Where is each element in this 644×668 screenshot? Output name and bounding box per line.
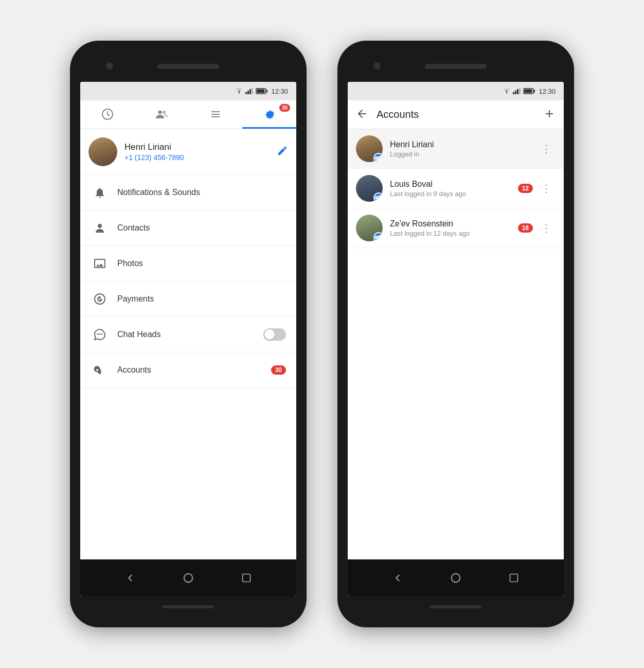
- bell-icon-container: [91, 183, 109, 202]
- louis-badge: 12: [518, 184, 533, 193]
- messenger-badge-henri: [373, 153, 383, 162]
- zeev-more-button[interactable]: ⋮: [537, 220, 556, 236]
- tab-clock[interactable]: [80, 100, 134, 129]
- screen-2: 12:30 Accounts: [348, 82, 564, 596]
- svg-rect-6: [257, 90, 265, 93]
- zeev-avatar: [356, 215, 383, 241]
- user-name: Henri Liriani: [124, 142, 277, 152]
- user-avatar: [88, 137, 117, 166]
- notifications-label: Notifications & Sounds: [117, 188, 286, 197]
- back-button-2[interactable]: [387, 568, 408, 588]
- settings-item-notifications[interactable]: Notifications & Sounds: [80, 175, 296, 210]
- louis-right: 12 ⋮: [518, 180, 556, 197]
- svg-point-15: [97, 333, 99, 335]
- louis-avatar: [356, 175, 383, 202]
- svg-rect-19: [243, 574, 251, 582]
- svg-point-9: [163, 111, 166, 114]
- speaker-grille: [157, 64, 219, 69]
- svg-point-29: [452, 574, 460, 583]
- front-camera: [106, 62, 113, 69]
- account-item-zeev[interactable]: Ze'ev Rosenstein Last logged in 12 days …: [348, 208, 564, 248]
- payments-icon-container: $: [91, 290, 109, 308]
- settings-item-accounts[interactable]: Accounts 30: [80, 353, 296, 388]
- tab-people[interactable]: [134, 100, 188, 129]
- home-indicator-1: [163, 605, 214, 608]
- list-icon: [209, 108, 222, 120]
- louis-status: Last logged in 9 days ago: [390, 190, 518, 198]
- settings-item-contacts[interactable]: Contacts: [80, 210, 296, 246]
- user-phone: +1 (123) 456-7890: [124, 153, 277, 162]
- svg-rect-20: [513, 92, 514, 94]
- settings-item-photos[interactable]: Photos: [80, 246, 296, 282]
- clock-icon: [101, 108, 114, 120]
- svg-rect-3: [252, 88, 253, 94]
- phone-1: 12:30: [70, 41, 307, 627]
- recents-button-1[interactable]: [236, 568, 257, 588]
- louis-more-button[interactable]: ⋮: [537, 180, 556, 197]
- phone-bottom-bar-1: [163, 596, 214, 617]
- photos-label: Photos: [117, 259, 286, 268]
- chatheads-icon-container: [91, 325, 109, 344]
- henri-status: Logged in: [390, 150, 537, 158]
- edit-profile-button[interactable]: [277, 145, 288, 159]
- louis-info: Louis Boval Last logged in 9 days ago: [390, 180, 518, 198]
- henri-right: ⋮: [537, 140, 556, 157]
- settings-content: Henri Liriani +1 (123) 456-7890 Notifica…: [80, 129, 296, 559]
- status-time-2: 12:30: [539, 87, 556, 95]
- account-item-louis[interactable]: Louis Boval Last logged in 9 days ago 12…: [348, 169, 564, 208]
- battery-icon: [256, 88, 268, 94]
- bottom-nav-1: [80, 559, 296, 596]
- payments-icon: $: [94, 293, 106, 305]
- phone-2: 12:30 Accounts: [337, 41, 574, 627]
- zeev-badge: 18: [518, 223, 533, 233]
- wifi-icon: [235, 88, 243, 94]
- recents-button-2[interactable]: [504, 568, 524, 588]
- accounts-badge: 30: [271, 365, 286, 375]
- status-bar-2: 12:30: [348, 82, 564, 100]
- photos-icon: [94, 257, 106, 270]
- home-button-2[interactable]: [445, 568, 466, 588]
- chatheads-label: Chat Heads: [117, 330, 263, 339]
- status-icons: [235, 88, 268, 94]
- tab-settings[interactable]: 30: [242, 100, 296, 129]
- account-item-henri[interactable]: Henri Liriani Logged in ⋮: [348, 129, 564, 169]
- chatheads-toggle-container: [263, 328, 286, 341]
- back-arrow-button[interactable]: [356, 108, 368, 122]
- svg-rect-25: [534, 90, 535, 93]
- bottom-nav-2: [348, 559, 564, 596]
- contacts-icon: [94, 222, 106, 234]
- tab-list[interactable]: [188, 100, 242, 129]
- accounts-list: Henri Liriani Logged in ⋮: [348, 129, 564, 559]
- phone-top-bar: [80, 51, 296, 82]
- payments-label: Payments: [117, 294, 286, 304]
- home-button-1[interactable]: [178, 568, 199, 588]
- svg-rect-21: [515, 91, 516, 94]
- status-bar-1: 12:30: [80, 82, 296, 100]
- accounts-icon-container: [91, 361, 109, 379]
- user-profile-row[interactable]: Henri Liriani +1 (123) 456-7890: [80, 129, 296, 175]
- svg-rect-30: [510, 574, 518, 582]
- people-icon: [155, 108, 168, 120]
- wifi-icon-2: [503, 88, 511, 94]
- settings-item-chatheads[interactable]: Chat Heads: [80, 317, 296, 353]
- accounts-badge-container: 30: [271, 365, 286, 375]
- speaker-grille-2: [425, 64, 487, 69]
- settings-item-payments[interactable]: $ Payments: [80, 282, 296, 317]
- chatheads-toggle[interactable]: [263, 328, 286, 341]
- back-button-1[interactable]: [120, 568, 140, 588]
- svg-point-18: [184, 574, 193, 583]
- svg-rect-22: [517, 89, 518, 94]
- user-info: Henri Liriani +1 (123) 456-7890: [124, 142, 277, 162]
- status-icons-2: [503, 88, 535, 94]
- svg-rect-26: [524, 90, 532, 93]
- svg-point-17: [101, 333, 103, 335]
- henri-more-button[interactable]: ⋮: [537, 140, 556, 157]
- add-account-button[interactable]: [543, 108, 556, 122]
- settings-tab-bar: 30: [80, 100, 296, 129]
- bell-icon: [94, 186, 106, 199]
- zeev-info: Ze'ev Rosenstein Last logged in 12 days …: [390, 219, 518, 237]
- zeev-right: 18 ⋮: [518, 220, 556, 236]
- screen-1: 12:30: [80, 82, 296, 596]
- messenger-badge-louis: [373, 192, 383, 202]
- toggle-thumb: [264, 329, 275, 340]
